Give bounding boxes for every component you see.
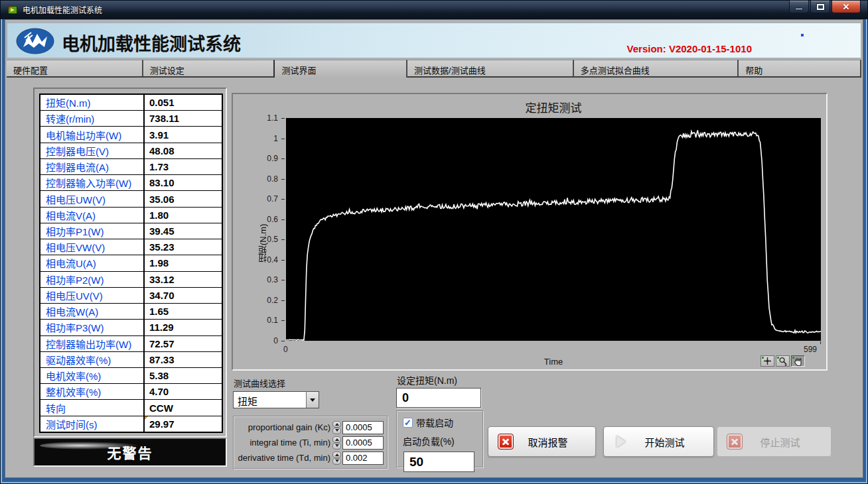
- load-percent-input[interactable]: [403, 452, 474, 472]
- curve-select-combo[interactable]: 扭矩: [233, 391, 319, 408]
- table-row: 电机效率(%)5.38: [40, 368, 222, 383]
- y-tick-mark: [281, 219, 285, 220]
- measurement-value: 1.98: [145, 255, 222, 271]
- load-start-checkbox-label: 带载启动: [416, 416, 453, 429]
- measurement-label: 相功率P3(W): [40, 320, 143, 335]
- set-torque-input[interactable]: [396, 388, 481, 408]
- y-tick-label: 0.7: [237, 194, 278, 204]
- y-tick-label: 0.8: [237, 174, 278, 184]
- stop-test-button: 停止测试: [717, 426, 832, 457]
- spinner-up-button[interactable]: [332, 452, 341, 458]
- maximize-button[interactable]: [810, 1, 830, 13]
- spinner-down-button[interactable]: [332, 428, 341, 434]
- y-tick-mark: [281, 320, 285, 321]
- table-row: 相功率P1(W)39.45: [40, 223, 222, 239]
- x-axis-label: Time: [286, 357, 821, 367]
- curve-select-label: 测试曲线选择: [234, 377, 285, 389]
- spinner-down-button[interactable]: [332, 458, 341, 465]
- y-tick-mark: [281, 280, 285, 280]
- play-icon: [613, 434, 629, 450]
- tab-test-data-curves[interactable]: 测试数据/测试曲线: [407, 60, 574, 76]
- table-row: 控制器电流(A)1.73: [40, 159, 222, 174]
- measurement-label: 相电流U(A): [40, 255, 143, 271]
- table-row: 相电流W(A)1.65: [40, 304, 222, 319]
- spinner-down-button[interactable]: [332, 443, 341, 450]
- triangle-down-icon: [335, 459, 339, 464]
- measurement-value: 83.10: [145, 175, 222, 190]
- measurement-label: 驱动器效率(%): [40, 352, 143, 367]
- pid-input[interactable]: [342, 421, 384, 434]
- pan-tool-button[interactable]: [791, 355, 805, 367]
- y-tick-mark: [281, 139, 285, 139]
- tool-dot: [762, 357, 764, 359]
- y-tick-mark: [281, 199, 285, 200]
- zoom-tool-icon: [778, 357, 788, 366]
- decoration-dot: [801, 34, 804, 36]
- curve-select-dropdown-button[interactable]: [306, 392, 319, 408]
- table-row: 控制器输入功率(W)83.10: [40, 175, 222, 190]
- close-button[interactable]: ✕: [832, 1, 861, 13]
- triangle-up-icon: [335, 421, 339, 426]
- tab-help[interactable]: 帮助: [739, 60, 861, 76]
- measurement-label: 相功率P2(W): [40, 272, 143, 287]
- measurement-table: 扭矩(N.m)0.051转速(r/min)738.11电机输出功率(W)3.91…: [39, 93, 223, 433]
- cancel-alarm-button[interactable]: 取消报警: [488, 426, 596, 457]
- pid-input[interactable]: [342, 436, 384, 450]
- minimize-button[interactable]: [789, 1, 809, 13]
- measurement-value: 35.06: [145, 191, 222, 206]
- chart-title: 定扭矩测试: [286, 99, 821, 115]
- tab-multipoint-fit-curves[interactable]: 多点测试拟合曲线: [574, 60, 739, 76]
- y-tick-label: 0: [237, 336, 278, 345]
- y-tick-mark: [281, 179, 285, 180]
- cursor-tool-button[interactable]: [760, 355, 774, 367]
- pid-label: integral time (Ti, min): [234, 438, 330, 448]
- red-x-icon: [498, 434, 514, 450]
- measurement-value: 1.65: [145, 304, 222, 319]
- measurement-label: 相电流W(A): [40, 304, 143, 319]
- load-start-checkbox[interactable]: ✓ 带载启动: [403, 416, 453, 429]
- measurement-label: 整机效率(%): [40, 384, 143, 399]
- torque-curve: [286, 131, 821, 341]
- title-bar[interactable]: 电机加载性能测试系统 ✕: [1, 1, 867, 19]
- measurement-value: 4.70: [145, 384, 222, 399]
- tab-test-interface[interactable]: 测试界面: [273, 60, 407, 78]
- tab-test-setup[interactable]: 测试设定: [143, 60, 275, 76]
- table-row: 转向CCW: [40, 400, 222, 415]
- button-label: 取消报警: [514, 435, 582, 449]
- table-row: 相功率P3(W)11.29: [40, 320, 222, 335]
- pid-spinner: [332, 452, 341, 465]
- triangle-down-icon: [335, 429, 339, 434]
- pid-row: integral time (Ti, min): [234, 435, 387, 450]
- y-tick-label: 0.5: [237, 235, 278, 244]
- start-test-button[interactable]: 开始测试: [603, 426, 714, 457]
- pid-input[interactable]: [342, 452, 384, 465]
- chart-plot-area[interactable]: [286, 118, 821, 341]
- alarm-text: 无警告: [35, 439, 226, 465]
- graph-palette: [759, 355, 805, 367]
- red-x-icon: [727, 434, 743, 450]
- measurement-value: 3.91: [145, 127, 222, 142]
- pid-spinner: [332, 421, 341, 434]
- pid-label: proportional gain (Kc): [234, 422, 330, 432]
- load-percent-label: 启动负载(%): [403, 434, 455, 448]
- pid-label: derivative time (Td, min): [234, 453, 330, 463]
- tool-dot: [792, 357, 794, 359]
- spinner-up-button[interactable]: [332, 436, 341, 443]
- maximize-icon: [817, 4, 824, 10]
- measurement-label: 控制器电压(V): [40, 143, 143, 158]
- y-tick-mark: [281, 260, 285, 261]
- pid-row: proportional gain (Kc): [234, 420, 387, 435]
- measurement-label: 电机输出功率(W): [40, 127, 143, 142]
- table-row: 整机效率(%)4.70: [40, 384, 222, 399]
- curve-select-value[interactable]: 扭矩: [234, 392, 306, 408]
- y-tick-label: 1: [237, 134, 278, 143]
- x-tick-label: 0: [283, 345, 288, 354]
- alarm-banner: 无警告: [33, 438, 227, 467]
- tab-hardware-config[interactable]: 硬件配置: [7, 60, 143, 76]
- table-row: 相电流U(A)1.98: [40, 255, 222, 271]
- y-tick-label: 0.4: [237, 255, 278, 265]
- spinner-up-button[interactable]: [332, 421, 341, 428]
- table-row: 相电压UV(V)34.70: [40, 288, 222, 303]
- zoom-tool-button[interactable]: [776, 355, 790, 367]
- measurement-value: 34.70: [145, 288, 222, 303]
